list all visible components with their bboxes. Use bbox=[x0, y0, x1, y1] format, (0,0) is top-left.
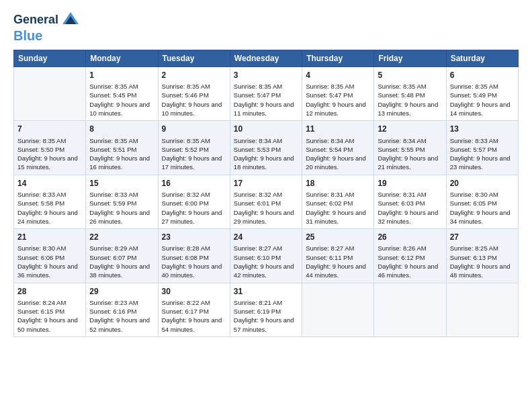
weekday-header-row: SundayMondayTuesdayWednesdayThursdayFrid… bbox=[14, 50, 519, 67]
calendar-cell bbox=[302, 283, 374, 336]
day-number: 16 bbox=[162, 178, 226, 189]
day-number: 14 bbox=[17, 178, 82, 189]
calendar-cell: 11Sunrise: 8:34 AMSunset: 5:54 PMDayligh… bbox=[302, 121, 374, 175]
cell-content: Sunrise: 8:28 AMSunset: 6:08 PMDaylight:… bbox=[162, 244, 226, 279]
day-number: 20 bbox=[450, 178, 515, 189]
cell-content: Sunrise: 8:24 AMSunset: 6:15 PMDaylight:… bbox=[17, 298, 82, 334]
week-row-4: 21Sunrise: 8:30 AMSunset: 6:06 PMDayligh… bbox=[14, 229, 519, 283]
calendar-cell: 7Sunrise: 8:35 AMSunset: 5:50 PMDaylight… bbox=[14, 121, 86, 175]
cell-content: Sunrise: 8:34 AMSunset: 5:53 PMDaylight:… bbox=[234, 136, 298, 172]
calendar-cell: 16Sunrise: 8:32 AMSunset: 6:00 PMDayligh… bbox=[158, 175, 230, 228]
calendar-cell: 13Sunrise: 8:33 AMSunset: 5:57 PMDayligh… bbox=[446, 121, 518, 175]
calendar-cell: 20Sunrise: 8:30 AMSunset: 6:05 PMDayligh… bbox=[446, 175, 518, 228]
calendar-cell: 24Sunrise: 8:27 AMSunset: 6:10 PMDayligh… bbox=[230, 229, 302, 283]
cell-content: Sunrise: 8:23 AMSunset: 6:16 PMDaylight:… bbox=[89, 298, 154, 334]
cell-content: Sunrise: 8:29 AMSunset: 6:07 PMDaylight:… bbox=[89, 244, 154, 279]
day-number: 11 bbox=[306, 124, 370, 134]
weekday-header-saturday: Saturday bbox=[446, 50, 518, 67]
calendar-cell: 15Sunrise: 8:33 AMSunset: 5:59 PMDayligh… bbox=[86, 175, 158, 228]
day-number: 15 bbox=[89, 178, 154, 189]
calendar-cell: 18Sunrise: 8:31 AMSunset: 6:02 PMDayligh… bbox=[302, 175, 374, 228]
calendar-page: General Blue SundayMondayTuesdayWednesda… bbox=[0, 0, 532, 411]
cell-content: Sunrise: 8:25 AMSunset: 6:13 PMDaylight:… bbox=[450, 244, 515, 279]
cell-content: Sunrise: 8:33 AMSunset: 5:59 PMDaylight:… bbox=[89, 190, 154, 226]
cell-content: Sunrise: 8:32 AMSunset: 6:00 PMDaylight:… bbox=[162, 190, 226, 226]
day-number: 22 bbox=[89, 232, 154, 242]
week-row-3: 14Sunrise: 8:33 AMSunset: 5:58 PMDayligh… bbox=[14, 175, 519, 228]
day-number: 25 bbox=[306, 232, 370, 242]
calendar-cell: 28Sunrise: 8:24 AMSunset: 6:15 PMDayligh… bbox=[14, 283, 86, 336]
week-row-1: 1Sunrise: 8:35 AMSunset: 5:45 PMDaylight… bbox=[14, 67, 519, 121]
calendar-cell: 19Sunrise: 8:31 AMSunset: 6:03 PMDayligh… bbox=[374, 175, 446, 228]
day-number: 5 bbox=[378, 70, 442, 81]
cell-content: Sunrise: 8:33 AMSunset: 5:58 PMDaylight:… bbox=[17, 190, 82, 226]
day-number: 6 bbox=[450, 70, 515, 81]
calendar-cell: 6Sunrise: 8:35 AMSunset: 5:49 PMDaylight… bbox=[446, 67, 518, 121]
weekday-header-tuesday: Tuesday bbox=[158, 50, 230, 67]
cell-content: Sunrise: 8:34 AMSunset: 5:55 PMDaylight:… bbox=[378, 136, 442, 172]
calendar-cell: 25Sunrise: 8:27 AMSunset: 6:11 PMDayligh… bbox=[302, 229, 374, 283]
day-number: 13 bbox=[450, 124, 515, 134]
calendar-cell: 27Sunrise: 8:25 AMSunset: 6:13 PMDayligh… bbox=[446, 229, 518, 283]
day-number: 28 bbox=[17, 286, 82, 297]
day-number: 21 bbox=[17, 232, 82, 242]
day-number: 3 bbox=[234, 70, 298, 81]
day-number: 24 bbox=[234, 232, 298, 242]
cell-content: Sunrise: 8:30 AMSunset: 6:06 PMDaylight:… bbox=[17, 244, 82, 279]
day-number: 19 bbox=[378, 178, 442, 189]
cell-content: Sunrise: 8:35 AMSunset: 5:46 PMDaylight:… bbox=[162, 82, 226, 118]
logo-text: General bbox=[13, 13, 58, 27]
cell-content: Sunrise: 8:34 AMSunset: 5:54 PMDaylight:… bbox=[306, 136, 370, 172]
calendar-cell: 12Sunrise: 8:34 AMSunset: 5:55 PMDayligh… bbox=[374, 121, 446, 175]
logo: General Blue bbox=[13, 11, 80, 43]
cell-content: Sunrise: 8:27 AMSunset: 6:11 PMDaylight:… bbox=[306, 244, 370, 279]
cell-content: Sunrise: 8:35 AMSunset: 5:49 PMDaylight:… bbox=[450, 82, 515, 118]
cell-content: Sunrise: 8:33 AMSunset: 5:57 PMDaylight:… bbox=[450, 136, 515, 172]
calendar-cell: 29Sunrise: 8:23 AMSunset: 6:16 PMDayligh… bbox=[86, 283, 158, 336]
day-number: 27 bbox=[450, 232, 515, 242]
cell-content: Sunrise: 8:21 AMSunset: 6:19 PMDaylight:… bbox=[234, 298, 298, 334]
weekday-header-monday: Monday bbox=[86, 50, 158, 67]
calendar-cell: 21Sunrise: 8:30 AMSunset: 6:06 PMDayligh… bbox=[14, 229, 86, 283]
logo-icon bbox=[61, 11, 80, 30]
cell-content: Sunrise: 8:35 AMSunset: 5:45 PMDaylight:… bbox=[89, 82, 154, 118]
calendar-cell: 22Sunrise: 8:29 AMSunset: 6:07 PMDayligh… bbox=[86, 229, 158, 283]
day-number: 12 bbox=[378, 124, 442, 134]
calendar-table: SundayMondayTuesdayWednesdayThursdayFrid… bbox=[13, 50, 519, 337]
calendar-cell: 3Sunrise: 8:35 AMSunset: 5:47 PMDaylight… bbox=[230, 67, 302, 121]
cell-content: Sunrise: 8:35 AMSunset: 5:52 PMDaylight:… bbox=[162, 136, 226, 172]
week-row-5: 28Sunrise: 8:24 AMSunset: 6:15 PMDayligh… bbox=[14, 283, 519, 336]
day-number: 4 bbox=[306, 70, 370, 81]
weekday-header-friday: Friday bbox=[374, 50, 446, 67]
logo-blue-text: Blue bbox=[13, 28, 42, 43]
cell-content: Sunrise: 8:35 AMSunset: 5:51 PMDaylight:… bbox=[89, 136, 154, 172]
day-number: 9 bbox=[162, 124, 226, 134]
cell-content: Sunrise: 8:31 AMSunset: 6:02 PMDaylight:… bbox=[306, 190, 370, 226]
calendar-cell: 30Sunrise: 8:22 AMSunset: 6:17 PMDayligh… bbox=[158, 283, 230, 336]
day-number: 30 bbox=[162, 286, 226, 297]
day-number: 10 bbox=[234, 124, 298, 134]
cell-content: Sunrise: 8:31 AMSunset: 6:03 PMDaylight:… bbox=[378, 190, 442, 226]
calendar-cell: 5Sunrise: 8:35 AMSunset: 5:48 PMDaylight… bbox=[374, 67, 446, 121]
calendar-cell: 10Sunrise: 8:34 AMSunset: 5:53 PMDayligh… bbox=[230, 121, 302, 175]
calendar-cell: 26Sunrise: 8:26 AMSunset: 6:12 PMDayligh… bbox=[374, 229, 446, 283]
header: General Blue bbox=[13, 11, 519, 43]
calendar-cell: 4Sunrise: 8:35 AMSunset: 5:47 PMDaylight… bbox=[302, 67, 374, 121]
cell-content: Sunrise: 8:35 AMSunset: 5:48 PMDaylight:… bbox=[378, 82, 442, 118]
calendar-cell: 2Sunrise: 8:35 AMSunset: 5:46 PMDaylight… bbox=[158, 67, 230, 121]
day-number: 1 bbox=[89, 70, 154, 81]
cell-content: Sunrise: 8:35 AMSunset: 5:50 PMDaylight:… bbox=[17, 136, 82, 172]
calendar-cell: 14Sunrise: 8:33 AMSunset: 5:58 PMDayligh… bbox=[14, 175, 86, 228]
day-number: 18 bbox=[306, 178, 370, 189]
cell-content: Sunrise: 8:26 AMSunset: 6:12 PMDaylight:… bbox=[378, 244, 442, 279]
calendar-cell bbox=[446, 283, 518, 336]
cell-content: Sunrise: 8:30 AMSunset: 6:05 PMDaylight:… bbox=[450, 190, 515, 226]
week-row-2: 7Sunrise: 8:35 AMSunset: 5:50 PMDaylight… bbox=[14, 121, 519, 175]
cell-content: Sunrise: 8:27 AMSunset: 6:10 PMDaylight:… bbox=[234, 244, 298, 279]
day-number: 31 bbox=[234, 286, 298, 297]
cell-content: Sunrise: 8:35 AMSunset: 5:47 PMDaylight:… bbox=[306, 82, 370, 118]
day-number: 7 bbox=[17, 124, 82, 134]
day-number: 26 bbox=[378, 232, 442, 242]
calendar-cell: 8Sunrise: 8:35 AMSunset: 5:51 PMDaylight… bbox=[86, 121, 158, 175]
day-number: 23 bbox=[162, 232, 226, 242]
